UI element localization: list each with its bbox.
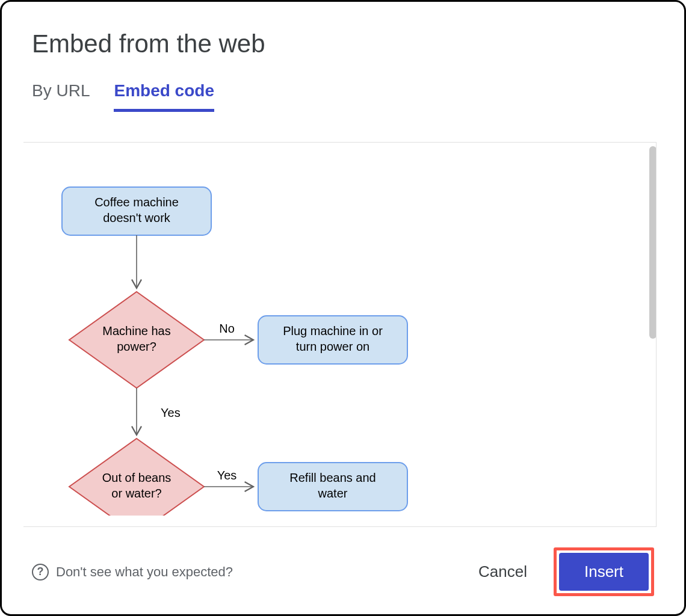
insert-button[interactable]: Insert <box>559 553 649 591</box>
tab-by-url[interactable]: By URL <box>32 81 90 112</box>
preview-scrollbar[interactable] <box>649 146 657 339</box>
cancel-button[interactable]: Cancel <box>465 555 540 588</box>
node-start-line2: doesn't work <box>103 211 171 224</box>
dialog-footer: ? Don't see what you expected? Cancel In… <box>32 527 654 596</box>
node-refill-line1: Refill beans and <box>289 471 375 484</box>
tab-embed-code[interactable]: Embed code <box>114 81 214 112</box>
node-power-line1: Machine has <box>102 324 170 337</box>
node-beans-line2: or water? <box>111 487 161 500</box>
help-link[interactable]: ? Don't see what you expected? <box>32 564 233 581</box>
insert-highlight: Insert <box>554 547 654 596</box>
help-text: Don't see what you expected? <box>56 564 233 580</box>
node-start-line1: Coffee machine <box>94 196 179 209</box>
dialog-title: Embed from the web <box>32 29 654 58</box>
node-refill-line2: water <box>318 487 348 500</box>
embed-dialog: Embed from the web By URL Embed code Cof… <box>0 0 686 616</box>
edge-power-yes-label: Yes <box>161 406 181 419</box>
dialog-tabs: By URL Embed code <box>32 81 654 112</box>
node-plug-line1: Plug machine in or <box>283 324 383 337</box>
edge-power-no-label: No <box>219 322 235 335</box>
flowchart-diagram: Coffee machine doesn't work Machine has … <box>23 143 655 516</box>
embed-preview: Coffee machine doesn't work Machine has … <box>23 142 657 527</box>
node-power-line2: power? <box>117 340 156 353</box>
edge-beans-yes-label: Yes <box>217 469 237 482</box>
help-icon: ? <box>32 564 49 581</box>
embed-preview-area: Coffee machine doesn't work Machine has … <box>32 142 654 527</box>
node-plug-line2: turn power on <box>296 340 369 353</box>
node-beans-line1: Out of beans <box>102 471 172 484</box>
